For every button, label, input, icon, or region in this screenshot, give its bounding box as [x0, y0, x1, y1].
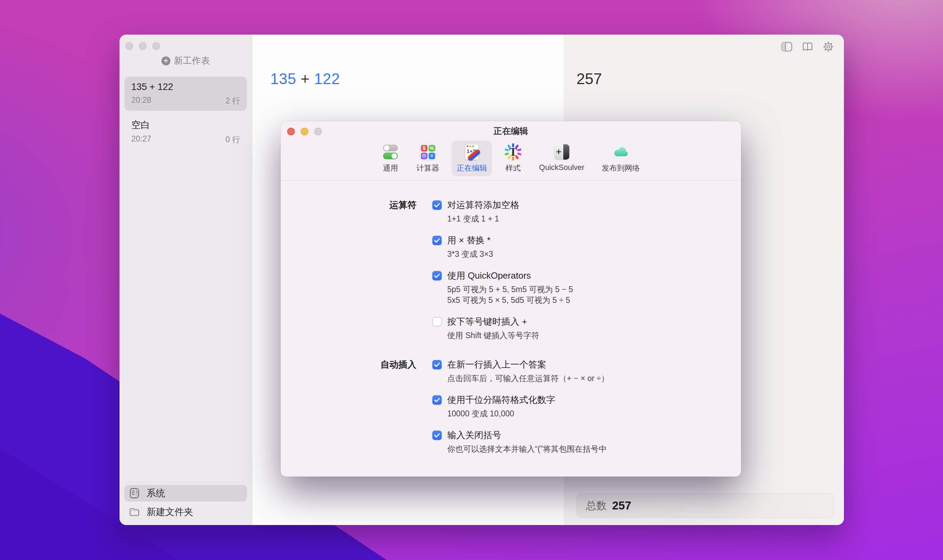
close-button[interactable] [287, 128, 295, 135]
worksheet-linecount: 2 行 [225, 95, 240, 106]
setting-label: 对运算符添加空格 [447, 199, 519, 211]
dialog-window-controls [287, 128, 322, 135]
expression-line[interactable]: 135 + 122 [270, 70, 340, 88]
tab-editing[interactable]: 1+2 正在编辑 [452, 140, 492, 176]
tab-calculator[interactable]: $% = 计算器 [412, 140, 444, 176]
setting-description: 5x5 可视为 5 × 5, 5d5 可视为 5 ÷ 5 [447, 295, 741, 306]
tab-publish-web[interactable]: 发布到网络 [597, 140, 645, 176]
setting-label: 使用 QuickOperators [447, 269, 531, 282]
checkbox[interactable] [432, 395, 442, 405]
checkbox[interactable] [432, 200, 442, 210]
sidebar-item-system[interactable]: 系统 [124, 485, 247, 502]
checkbox[interactable] [432, 360, 442, 369]
checkbox[interactable] [432, 271, 442, 280]
close-button[interactable] [125, 42, 133, 50]
setting-label: 按下等号键时插入 + [447, 315, 527, 328]
worksheet-time: 20:27 [131, 134, 151, 145]
quicksoulver-icon: + [553, 143, 571, 161]
section-label: 自动插入 [281, 358, 432, 465]
minimize-button[interactable] [301, 128, 308, 135]
worksheet-list: 135 + 122 20:28 2 行 空白 20:27 0 行 [124, 77, 247, 149]
styles-icon: T [505, 143, 522, 161]
section-label: 运算符 [281, 199, 432, 351]
preferences-toolbar: 通用 $% = 计算器 1+2 [281, 140, 741, 180]
setting-description: 5p5 可视为 5 + 5, 5m5 可视为 5 − 5 [447, 284, 741, 295]
worksheet-sidebar: + 新工作表 135 + 122 20:28 2 行 空白 20:27 0 行 [119, 35, 252, 525]
divider [126, 482, 245, 483]
setting-row: 对运算符添加空格 1+1 变成 1 + 1 [432, 199, 741, 224]
book-icon[interactable] [802, 41, 813, 52]
expression-number: 122 [314, 70, 340, 87]
tab-styles[interactable]: T 样式 [500, 140, 526, 176]
zoom-button[interactable] [153, 42, 160, 50]
gear-icon[interactable] [823, 41, 834, 52]
expression-number: 135 [270, 70, 296, 87]
calculator-icon: $% = [419, 143, 437, 161]
setting-row: 输入关闭括号 你也可以选择文本并输入“(”将其包围在括号中 [432, 429, 741, 454]
editing-icon: 1+2 [463, 143, 480, 161]
notebook-icon [128, 487, 140, 499]
worksheet-list-item[interactable]: 135 + 122 20:28 2 行 [124, 77, 247, 111]
desktop: + 新工作表 135 + 122 20:28 2 行 空白 20:27 0 行 [0, 0, 943, 560]
worksheet-linecount: 0 行 [225, 134, 240, 145]
sidebar-item-label: 新建文件夹 [147, 506, 193, 518]
setting-label: 使用千位分隔符格式化数字 [447, 394, 555, 406]
total-label: 总数 [586, 499, 607, 513]
dialog-title: 正在编辑 [281, 121, 741, 140]
setting-description: 1+1 变成 1 + 1 [447, 214, 741, 224]
sidebar-item-label: 系统 [147, 487, 165, 499]
worksheet-time: 20:28 [131, 95, 151, 106]
cloud-icon [612, 143, 630, 161]
checkbox[interactable] [432, 317, 442, 326]
setting-label: 输入关闭括号 [447, 429, 501, 441]
setting-row: 在新一行插入上一个答案 点击回车后，可输入任意运算符（+ − × or ÷） [432, 358, 741, 384]
setting-row: 用 × 替换 * 3*3 变成 3×3 [432, 234, 741, 260]
tab-label: 正在编辑 [457, 163, 487, 174]
sidebar-item-new-folder[interactable]: 新建文件夹 [124, 503, 247, 520]
tab-label: QuickSoulver [539, 163, 585, 172]
tab-label: 样式 [505, 163, 521, 174]
dialog-titlebar: 正在编辑 [281, 121, 741, 140]
section-operators: 运算符 对运算符添加空格 1+1 变成 1 + 1 [281, 199, 741, 351]
worksheet-list-item[interactable]: 空白 20:27 0 行 [124, 114, 247, 149]
tab-label: 发布到网络 [602, 163, 640, 174]
zoom-button[interactable] [314, 128, 322, 135]
checkbox[interactable] [432, 431, 442, 440]
tab-general[interactable]: 通用 [377, 140, 404, 176]
tab-label: 通用 [383, 163, 398, 174]
setting-description: 3*3 变成 3×3 [447, 249, 741, 260]
expression-operator: + [301, 70, 310, 87]
total-bar: 总数 257 [576, 494, 834, 518]
setting-description: 使用 Shift 键插入等号字符 [447, 330, 741, 341]
window-toolbar [781, 41, 834, 52]
section-auto-insert: 自动插入 在新一行插入上一个答案 点击回车后，可输入任意运算符（+ − × or… [281, 358, 741, 465]
folder-icon [128, 506, 140, 518]
setting-row: 使用千位分隔符格式化数字 10000 变成 10,000 [432, 394, 741, 419]
worksheet-title: 空白 [131, 119, 240, 131]
preferences-dialog: 正在编辑 通用 $% = 计算器 [281, 121, 741, 477]
setting-description: 10000 变成 10,000 [447, 408, 741, 419]
tab-quicksoulver[interactable]: + QuickSoulver [534, 140, 589, 175]
sidebar-footer: 系统 新建文件夹 [124, 482, 247, 520]
checkbox[interactable] [432, 236, 442, 245]
tab-label: 计算器 [417, 163, 439, 174]
new-worksheet-button[interactable]: + 新工作表 [119, 55, 252, 67]
setting-description: 你也可以选择文本并输入“(”将其包围在括号中 [447, 444, 741, 454]
answer-value: 257 [576, 70, 602, 88]
minimize-button[interactable] [139, 42, 147, 50]
setting-label: 用 × 替换 * [447, 234, 491, 246]
preferences-content: 运算符 对运算符添加空格 1+1 变成 1 + 1 [281, 181, 741, 465]
plus-circle-icon: + [161, 57, 170, 65]
window-controls [125, 42, 160, 50]
worksheet-title: 135 + 122 [131, 82, 240, 92]
setting-label: 在新一行插入上一个答案 [447, 358, 546, 370]
setting-description: 点击回车后，可输入任意运算符（+ − × or ÷） [447, 373, 741, 384]
setting-row: 按下等号键时插入 + 使用 Shift 键插入等号字符 [432, 315, 741, 341]
new-worksheet-label: 新工作表 [174, 55, 210, 67]
total-value: 257 [612, 499, 631, 512]
toggles-icon [382, 143, 399, 161]
setting-row: 使用 QuickOperators 5p5 可视为 5 + 5, 5m5 可视为… [432, 269, 741, 306]
sidebar-toggle-icon[interactable] [781, 41, 793, 52]
